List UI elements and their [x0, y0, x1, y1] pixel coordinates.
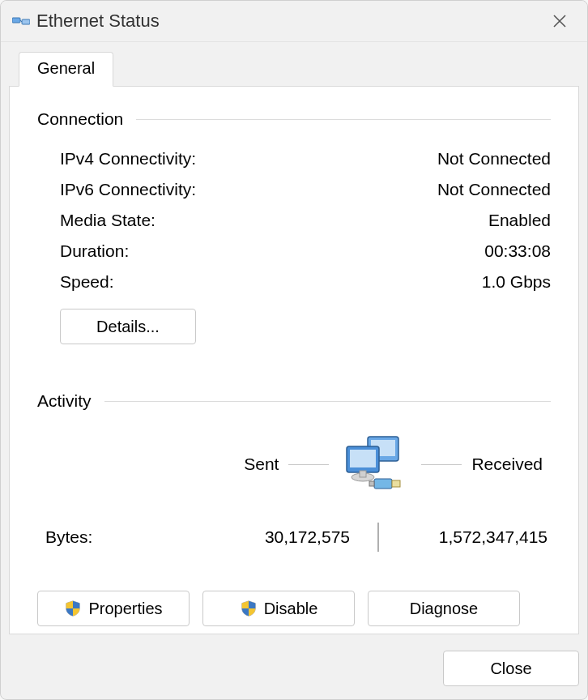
svg-rect-0 — [12, 18, 20, 23]
close-button[interactable]: Close — [443, 651, 579, 686]
ipv4-row: IPv4 Connectivity: Not Connected — [60, 143, 551, 174]
activity-group-header: Activity — [37, 391, 551, 411]
speed-row: Speed: 1.0 Gbps — [60, 267, 551, 297]
action-button-row: Properties Disable Diagnose — [37, 591, 551, 626]
svg-rect-10 — [360, 471, 366, 477]
divider — [377, 523, 379, 552]
activity-header-row: Sent — [37, 435, 551, 493]
duration-value: 00:33:08 — [484, 236, 551, 267]
bytes-row: Bytes: 30,172,575 1,572,347,415 — [37, 523, 551, 552]
close-icon — [552, 14, 567, 28]
diagnose-button[interactable]: Diagnose — [368, 591, 520, 626]
divider — [104, 401, 551, 402]
media-state-value: Enabled — [488, 205, 551, 236]
properties-button[interactable]: Properties — [37, 591, 190, 626]
connection-details: IPv4 Connectivity: Not Connected IPv6 Co… — [37, 140, 551, 297]
network-activity-icon — [339, 435, 411, 493]
ipv6-label: IPv6 Connectivity: — [60, 174, 196, 205]
connection-group-title: Connection — [37, 109, 123, 129]
details-button[interactable]: Details... — [60, 309, 196, 344]
window-close-button[interactable] — [543, 5, 576, 37]
properties-button-label: Properties — [88, 600, 162, 618]
client-area: General Connection IPv4 Connectivity: No… — [9, 48, 579, 691]
media-state-label: Media State: — [60, 205, 156, 236]
svg-rect-12 — [392, 480, 400, 487]
sent-label: Sent — [244, 455, 279, 474]
ipv4-value: Not Connected — [437, 143, 551, 174]
disable-button-label: Disable — [264, 600, 318, 618]
window-title: Ethernet Status — [36, 11, 543, 32]
svg-rect-11 — [374, 479, 392, 489]
svg-rect-8 — [350, 450, 376, 467]
dialog-footer: Close — [443, 651, 579, 686]
ipv6-value: Not Connected — [437, 174, 551, 205]
bytes-sent-value: 30,172,575 — [206, 527, 374, 547]
svg-rect-13 — [369, 481, 374, 486]
media-state-row: Media State: Enabled — [60, 205, 551, 236]
titlebar: Ethernet Status — [1, 1, 587, 42]
received-label: Received — [471, 455, 543, 474]
divider — [136, 119, 551, 120]
tab-page-general: Connection IPv4 Connectivity: Not Connec… — [9, 86, 579, 634]
ethernet-icon — [12, 15, 30, 28]
tab-strip: General — [9, 48, 579, 87]
activity-group-title: Activity — [37, 391, 92, 411]
window-frame: Ethernet Status General Connection IPv4 … — [0, 0, 588, 700]
uac-shield-icon — [64, 600, 82, 617]
uac-shield-icon — [240, 600, 258, 617]
speed-label: Speed: — [60, 267, 114, 297]
disable-button[interactable]: Disable — [202, 591, 355, 626]
divider — [421, 464, 462, 465]
bytes-received-value: 1,572,347,415 — [382, 527, 551, 547]
diagnose-button-label: Diagnose — [410, 600, 479, 618]
ipv4-label: IPv4 Connectivity: — [60, 143, 196, 174]
connection-group-header: Connection — [37, 109, 551, 129]
duration-label: Duration: — [60, 236, 129, 267]
svg-rect-1 — [22, 19, 30, 24]
duration-row: Duration: 00:33:08 — [60, 236, 551, 267]
ipv6-row: IPv6 Connectivity: Not Connected — [60, 174, 551, 205]
divider — [288, 464, 329, 465]
tab-general[interactable]: General — [19, 52, 113, 87]
speed-value: 1.0 Gbps — [482, 267, 551, 297]
bytes-label: Bytes: — [37, 527, 206, 547]
